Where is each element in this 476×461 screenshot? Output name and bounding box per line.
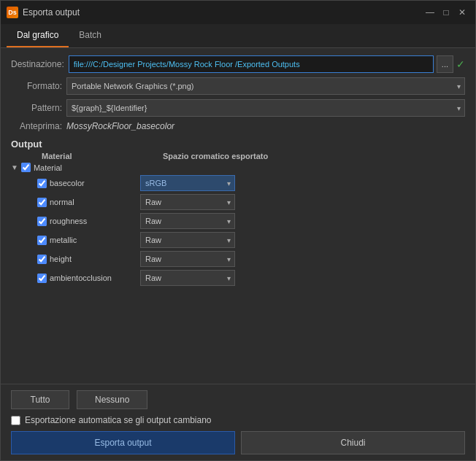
output-title: Output — [11, 139, 465, 150]
title-bar: Ds Esporta output — □ ✕ — [1, 1, 475, 24]
basecolor-checkbox[interactable] — [37, 179, 47, 188]
tab-bar: Dal grafico Batch — [1, 24, 475, 48]
format-select[interactable]: Portable Network Graphics (*.png) — [66, 77, 465, 95]
roughness-checkbox[interactable] — [37, 217, 47, 226]
list-item: ambientocclusion Raw sRGB — [37, 268, 465, 287]
destination-label: Destinazione: — [11, 59, 64, 69]
basecolor-name: basecolor — [50, 179, 137, 187]
ao-name: ambientocclusion — [50, 274, 137, 282]
destination-row: Destinazione: ... ✓ — [11, 55, 465, 73]
preview-row: Anteprima: MossyRockFloor_basecolor — [11, 121, 465, 131]
output-section: Output Material Spazio cromatico esporta… — [11, 136, 465, 376]
export-button[interactable]: Esporta output — [11, 431, 235, 454]
collapse-icon[interactable]: ▼ — [11, 163, 18, 171]
material-group: ▼ Material basecolor sRGB Raw — [11, 163, 465, 287]
minimize-button[interactable]: — — [423, 5, 437, 20]
main-content: Destinazione: ... ✓ Formato: Portable Ne… — [1, 48, 475, 384]
pattern-label: Pattern: — [11, 103, 62, 113]
height-checkbox[interactable] — [37, 255, 47, 264]
ao-select-wrap: Raw sRGB — [140, 270, 235, 286]
ao-checkbox[interactable] — [37, 274, 47, 283]
bottom-section: Tutto Nessuno Esportazione automatica se… — [1, 384, 475, 460]
window-title: Esporta output — [23, 7, 418, 18]
list-item: basecolor sRGB Raw — [37, 174, 465, 193]
roughness-name: roughness — [50, 217, 137, 225]
close-dialog-button[interactable]: Chiudi — [241, 431, 465, 454]
auto-export-row: Esportazione automatica se gli output ca… — [11, 415, 465, 425]
ao-color-select[interactable]: Raw sRGB — [140, 270, 235, 286]
normal-name: normal — [50, 198, 137, 206]
tab-dal-grafico[interactable]: Dal grafico — [7, 24, 69, 47]
format-label: Formato: — [11, 81, 62, 91]
normal-select-wrap: Raw sRGB — [140, 194, 235, 210]
nessuno-button[interactable]: Nessuno — [77, 390, 147, 409]
tutto-button[interactable]: Tutto — [11, 390, 69, 409]
selection-buttons: Tutto Nessuno — [11, 390, 465, 409]
auto-export-label: Esportazione automatica se gli output ca… — [25, 415, 212, 425]
normal-color-select[interactable]: Raw sRGB — [140, 194, 235, 210]
valid-icon: ✓ — [456, 58, 465, 70]
app-icon: Ds — [7, 7, 18, 18]
metallic-checkbox[interactable] — [37, 236, 47, 245]
group-name: Material — [34, 163, 121, 172]
height-color-select[interactable]: Raw sRGB — [140, 251, 235, 267]
close-button[interactable]: ✕ — [455, 5, 469, 20]
format-row: Formato: Portable Network Graphics (*.pn… — [11, 77, 465, 95]
tab-batch[interactable]: Batch — [69, 24, 112, 47]
auto-export-checkbox[interactable] — [11, 416, 20, 425]
col-material-header: Material — [42, 152, 158, 160]
browse-button[interactable]: ... — [437, 55, 453, 73]
group-header-row: ▼ Material — [11, 163, 465, 172]
list-item: roughness Raw sRGB — [37, 212, 465, 230]
pattern-select-wrap: ${graph}_${Identifier} — [66, 99, 465, 117]
roughness-select-wrap: Raw sRGB — [140, 213, 235, 229]
roughness-color-select[interactable]: Raw sRGB — [140, 213, 235, 229]
action-buttons: Esporta output Chiudi — [11, 431, 465, 454]
pattern-select[interactable]: ${graph}_${Identifier} — [66, 99, 465, 117]
window-controls: — □ ✕ — [423, 5, 469, 20]
list-item: normal Raw sRGB — [37, 193, 465, 212]
list-item: metallic Raw sRGB — [37, 230, 465, 249]
basecolor-color-select[interactable]: sRGB Raw — [140, 175, 235, 191]
col-color-header: Spazio cromatico esportato — [163, 152, 465, 160]
main-window: Ds Esporta output — □ ✕ Dal grafico Batc… — [0, 0, 476, 461]
normal-checkbox[interactable] — [37, 198, 47, 207]
metallic-color-select[interactable]: Raw sRGB — [140, 232, 235, 248]
list-item: height Raw sRGB — [37, 249, 465, 268]
group-checkbox[interactable] — [21, 163, 31, 172]
metallic-select-wrap: Raw sRGB — [140, 232, 235, 248]
destination-input-wrap: ... ✓ — [69, 55, 465, 73]
height-name: height — [50, 255, 137, 263]
format-select-wrap: Portable Network Graphics (*.png) — [66, 77, 465, 95]
output-header: Material Spazio cromatico esportato — [11, 150, 465, 163]
basecolor-select-wrap: sRGB Raw — [140, 175, 235, 191]
height-select-wrap: Raw sRGB — [140, 251, 235, 267]
pattern-row: Pattern: ${graph}_${Identifier} — [11, 99, 465, 117]
metallic-name: metallic — [50, 236, 137, 244]
destination-input[interactable] — [69, 55, 434, 73]
preview-label: Anteprima: — [11, 121, 62, 131]
preview-value: MossyRockFloor_basecolor — [66, 121, 174, 131]
maximize-button[interactable]: □ — [439, 5, 453, 20]
